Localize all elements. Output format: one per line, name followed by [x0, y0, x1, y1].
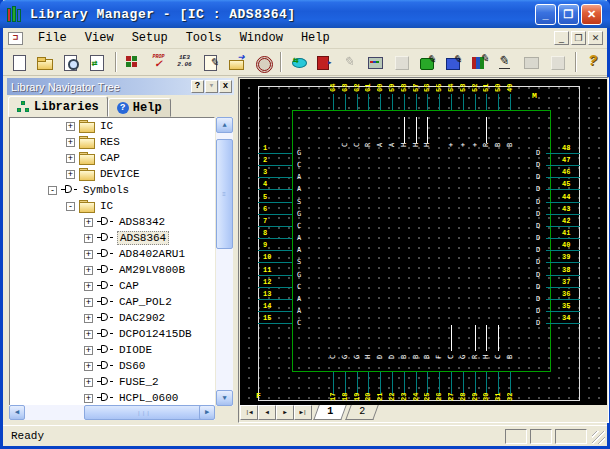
tree-item-ic[interactable]: -IC	[10, 198, 214, 214]
tree-vertical-scrollbar[interactable]: ▲ ≡ ▼	[216, 117, 233, 406]
pin-number[interactable]: 29	[472, 391, 480, 401]
value-display-button[interactable]: 1E32.06	[172, 51, 196, 73]
tree-toggle[interactable]: +	[84, 330, 93, 339]
pin-number[interactable]: 36	[562, 291, 570, 298]
scroll-down-arrow[interactable]: ▼	[216, 390, 233, 406]
pin-number[interactable]: 59	[389, 82, 397, 92]
pin-number[interactable]: 28	[460, 391, 468, 401]
edit-pcb-decal-button[interactable]	[442, 51, 466, 73]
menu-item-tools[interactable]: Tools	[177, 29, 231, 47]
tree-item-dac2902[interactable]: +DAC2902	[10, 310, 214, 326]
tree-toggle[interactable]: +	[84, 218, 93, 227]
pin-number[interactable]: 14	[263, 303, 271, 310]
next-sheet-button[interactable]: ▶	[276, 405, 294, 420]
tree-toggle[interactable]: +	[84, 378, 93, 387]
pin-number[interactable]: 13	[263, 291, 271, 298]
save-to-library-button[interactable]	[224, 51, 248, 73]
tree-item-symbols[interactable]: -Symbols	[10, 182, 214, 198]
panel-help-button[interactable]: ?	[191, 80, 204, 93]
tree-toggle[interactable]: -	[48, 186, 57, 195]
tree-toggle[interactable]: +	[84, 266, 93, 275]
panel-close-button[interactable]: x	[219, 80, 232, 93]
pin-number[interactable]: 20	[365, 391, 373, 401]
pin-number[interactable]: 53	[460, 82, 468, 92]
pin-number[interactable]: 34	[562, 315, 570, 322]
pin-number[interactable]: 30	[483, 391, 491, 401]
pin-number[interactable]: 1	[263, 145, 267, 152]
pin-number[interactable]: 25	[424, 391, 432, 401]
minimize-button[interactable]: _	[535, 4, 556, 25]
tree-toggle[interactable]: +	[66, 138, 75, 147]
pin-number[interactable]: 21	[377, 391, 385, 401]
tree-toggle[interactable]: +	[84, 346, 93, 355]
tree-toggle[interactable]: +	[84, 282, 93, 291]
menu-item-setup[interactable]: Setup	[123, 29, 177, 47]
panel-pin-button[interactable]: ▾	[205, 80, 218, 93]
pin-number[interactable]: 44	[562, 194, 570, 201]
tree-toggle[interactable]: +	[84, 234, 93, 243]
pin-number[interactable]: 39	[562, 254, 570, 261]
tree-item-fuse_2[interactable]: +FUSE_2	[10, 374, 214, 390]
pin-number[interactable]: 11	[263, 267, 271, 274]
tree-item-ads8342[interactable]: +ADS8342	[10, 214, 214, 230]
tree-toggle[interactable]: +	[84, 298, 93, 307]
menu-item-window[interactable]: Window	[231, 29, 292, 47]
pin-number[interactable]: 63	[342, 82, 350, 92]
pin-number[interactable]: 17	[330, 391, 338, 401]
pin-number[interactable]: 46	[562, 169, 570, 176]
tree-toggle[interactable]: -	[66, 202, 75, 211]
mdi-restore-button[interactable]: ❐	[571, 31, 586, 45]
chip-analysis-button[interactable]	[364, 51, 388, 73]
pin-number[interactable]: 15	[263, 315, 271, 322]
first-sheet-button[interactable]: |◀	[240, 405, 258, 420]
pin-number[interactable]: 5	[263, 194, 267, 201]
panel-title-bar[interactable]: Library Navigator Tree ? ▾ x	[7, 78, 234, 95]
pin-number[interactable]: 64	[330, 82, 338, 92]
pin-number[interactable]: 54	[448, 82, 456, 92]
edit-gate-decal-button[interactable]	[416, 51, 440, 73]
library-blocks-button[interactable]	[121, 51, 145, 73]
pin-number[interactable]: 26	[436, 391, 444, 401]
close-button[interactable]: ✕	[581, 4, 602, 25]
pin-number[interactable]: 49	[507, 82, 515, 92]
vertical-scroll-thumb[interactable]: ≡	[216, 139, 233, 249]
pin-number[interactable]: 48	[562, 145, 570, 152]
tree-item-ad8402aru1[interactable]: +AD8402ARU1	[10, 246, 214, 262]
help-button[interactable]	[581, 51, 605, 73]
pin-number[interactable]: 3	[263, 169, 267, 176]
tree-item-cap[interactable]: +CAP	[10, 150, 214, 166]
tree-item-cap[interactable]: +CAP	[10, 278, 214, 294]
tab-libraries[interactable]: Libraries	[8, 96, 108, 117]
pin-number[interactable]: 27	[448, 391, 456, 401]
pin-number[interactable]: 7	[263, 218, 267, 225]
tree-toggle[interactable]: +	[66, 154, 75, 163]
pin-number[interactable]: 38	[562, 267, 570, 274]
pin-number[interactable]: 37	[562, 279, 570, 286]
tree-item-ic[interactable]: +IC	[10, 118, 214, 134]
pin-number[interactable]: 8	[263, 230, 267, 237]
eco-update-button[interactable]	[286, 51, 310, 73]
schematic-canvas[interactable]: M F 1G2C3A4A5S6G7C8A9A10S11G12C13A14A15C…	[240, 79, 607, 407]
pin-number[interactable]: 41	[562, 230, 570, 237]
pin-number[interactable]: 62	[354, 82, 362, 92]
tree-item-am29lv800b[interactable]: +AM29LV800B	[10, 262, 214, 278]
tree-toggle[interactable]: +	[84, 314, 93, 323]
mdi-close-button[interactable]: ✕	[588, 31, 603, 45]
tree-item-hcpl_0600[interactable]: +HCPL_0600	[10, 390, 214, 406]
wheel-part-button[interactable]	[250, 51, 274, 73]
edit-signature-button[interactable]	[493, 51, 517, 73]
pin-number[interactable]: 52	[472, 82, 480, 92]
pin-number[interactable]: 4	[263, 181, 267, 188]
prev-sheet-button[interactable]: ◀	[258, 405, 276, 420]
pin-number[interactable]: 23	[401, 391, 409, 401]
pin-number[interactable]: 24	[413, 391, 421, 401]
pin-number[interactable]: 22	[389, 391, 397, 401]
pin-number[interactable]: 35	[562, 303, 570, 310]
pin-number[interactable]: 18	[342, 391, 350, 401]
edit-part-type-button[interactable]	[467, 51, 491, 73]
pin-number[interactable]: 10	[263, 254, 271, 261]
tree-item-diode[interactable]: +DIODE	[10, 342, 214, 358]
horizontal-scroll-thumb[interactable]: |||	[84, 405, 204, 420]
new-document-button[interactable]	[7, 51, 31, 73]
menu-item-file[interactable]: File	[29, 29, 76, 47]
